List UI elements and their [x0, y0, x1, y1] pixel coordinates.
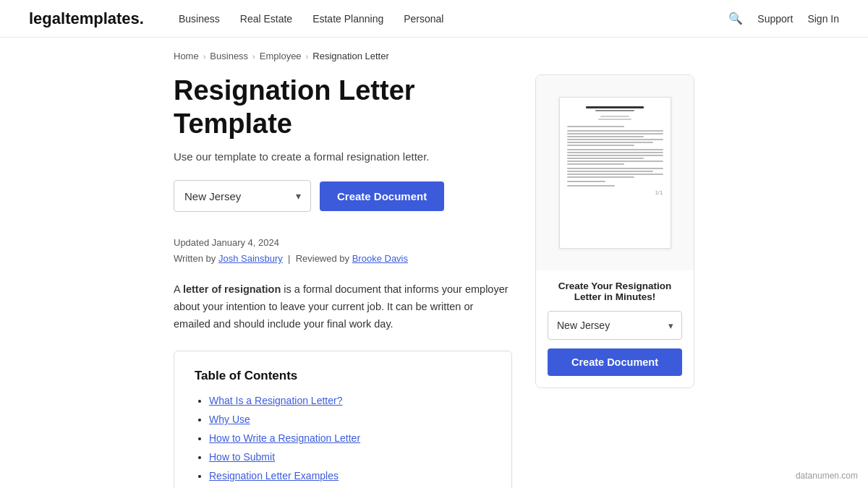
page-number: 1/1 — [567, 189, 663, 196]
reviewer-link[interactable]: Brooke Davis — [352, 253, 408, 264]
nav-personal[interactable]: Personal — [404, 13, 443, 25]
create-document-button[interactable]: Create Document — [320, 181, 444, 211]
breadcrumb-business[interactable]: Business — [210, 51, 248, 61]
toc-item-3: How to Write a Resignation Letter — [209, 432, 491, 444]
preview-body — [567, 126, 663, 187]
doc-preview: 1/1 — [536, 75, 694, 270]
intro-before: A — [174, 283, 183, 295]
toc-item-2: Why Use — [209, 414, 491, 425]
breadcrumb-sep-3: › — [306, 52, 309, 61]
written-by-label: Written by — [174, 253, 216, 264]
sidebar-card: 1/1 Create Your Resignation Letter in Mi… — [535, 74, 694, 388]
breadcrumb-sep-1: › — [203, 52, 206, 61]
main-container: Resignation Letter Template Use our temp… — [0, 74, 868, 488]
toc-item-4: How to Submit — [209, 451, 491, 463]
site-logo[interactable]: legaltemplates. — [29, 9, 144, 28]
nav-business[interactable]: Business — [179, 13, 220, 25]
search-button[interactable]: 🔍 — [728, 12, 743, 25]
nav-signin[interactable]: Sign In — [807, 13, 839, 25]
toc-list: What Is a Resignation Letter? Why Use Ho… — [195, 395, 491, 488]
nav-real-estate[interactable]: Real Estate — [240, 13, 292, 25]
intro-text: A letter of resignation is a formal docu… — [174, 281, 512, 333]
state-select-wrapper: AlabamaAlaskaArizonaArkansasCaliforniaCo… — [174, 180, 311, 212]
intro-bold: letter of resignation — [183, 283, 281, 295]
toc-link-1[interactable]: What Is a Resignation Letter? — [209, 395, 342, 406]
nav-support[interactable]: Support — [757, 13, 793, 25]
watermark: datanumen.com — [796, 471, 858, 481]
toc-title: Table of Contents — [195, 369, 491, 383]
page-subtitle: Use our template to create a formal resi… — [174, 150, 512, 163]
doc-preview-inner: 1/1 — [559, 97, 671, 249]
state-select[interactable]: AlabamaAlaskaArizonaArkansasCaliforniaCo… — [174, 180, 311, 212]
right-column: 1/1 Create Your Resignation Letter in Mi… — [535, 74, 694, 488]
breadcrumb-sep-2: › — [252, 52, 255, 61]
breadcrumb-employee[interactable]: Employee — [260, 51, 302, 61]
table-of-contents: Table of Contents What Is a Resignation … — [174, 351, 512, 488]
breadcrumb: Home › Business › Employee › Resignation… — [0, 38, 868, 74]
toc-link-5[interactable]: Resignation Letter Examples — [209, 470, 339, 481]
selector-row: AlabamaAlaskaArizonaArkansasCaliforniaCo… — [174, 180, 512, 212]
toc-link-2[interactable]: Why Use — [209, 414, 250, 425]
toc-link-3[interactable]: How to Write a Resignation Letter — [209, 432, 360, 444]
reviewed-by-label: Reviewed by — [296, 253, 349, 264]
nav-estate-planning[interactable]: Estate Planning — [312, 13, 383, 25]
sidebar-card-title: Create Your Resignation Letter in Minute… — [548, 281, 682, 302]
meta-info: Updated January 4, 2024 Written by Josh … — [174, 235, 512, 267]
preview-header — [567, 106, 663, 120]
nav-right: 🔍 Support Sign In — [728, 12, 839, 25]
page-title: Resignation Letter Template — [174, 74, 512, 140]
nav-links: Business Real Estate Estate Planning Per… — [179, 13, 728, 25]
left-column: Resignation Letter Template Use our temp… — [174, 74, 512, 488]
sidebar-create-button[interactable]: Create Document — [548, 348, 682, 376]
updated-date: Updated January 4, 2024 — [174, 237, 279, 248]
sidebar-card-body: Create Your Resignation Letter in Minute… — [536, 270, 694, 388]
toc-item-5: Resignation Letter Examples — [209, 470, 491, 481]
sidebar-state-wrapper: AlabamaAlaskaArizonaArkansasCaliforniaCo… — [548, 311, 682, 340]
toc-item-1: What Is a Resignation Letter? — [209, 395, 491, 406]
breadcrumb-home[interactable]: Home — [174, 51, 199, 61]
toc-link-4[interactable]: How to Submit — [209, 451, 275, 463]
breadcrumb-current: Resignation Letter — [312, 51, 389, 61]
navbar: legaltemplates. Business Real Estate Est… — [0, 0, 868, 38]
author-link[interactable]: Josh Sainsbury — [218, 253, 283, 264]
sidebar-state-select[interactable]: AlabamaAlaskaArizonaArkansasCaliforniaCo… — [548, 311, 682, 340]
